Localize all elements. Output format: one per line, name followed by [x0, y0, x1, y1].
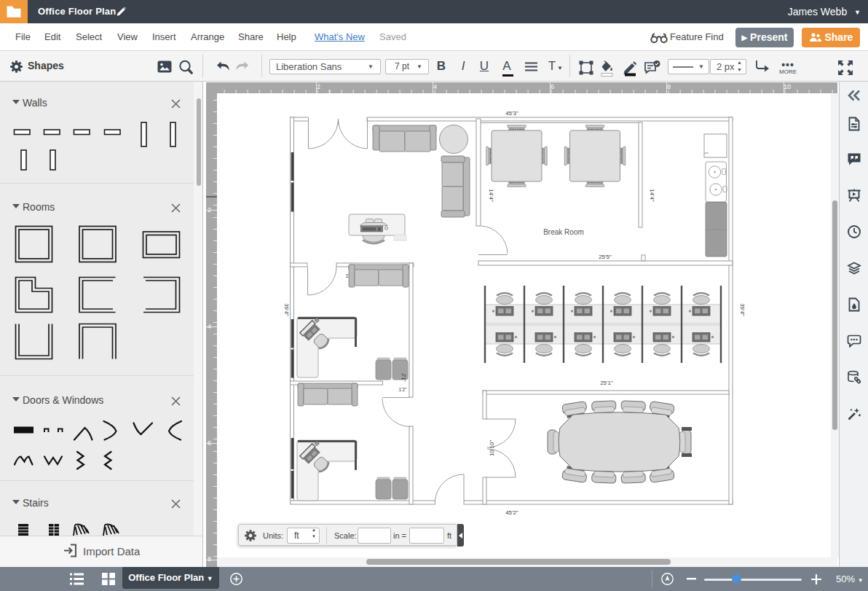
svg-text:Break Room: Break Room [543, 228, 584, 236]
svg-text:45'3": 45'3" [505, 110, 518, 117]
svg-text:14'4": 14'4" [649, 189, 655, 202]
svg-text:25'1": 25'1" [600, 380, 613, 386]
svg-text:39'4": 39'4" [739, 303, 746, 316]
svg-text:1'2": 1'2" [399, 387, 407, 392]
svg-text:2'1": 2'1" [401, 373, 406, 382]
svg-text:14'4": 14'4" [488, 189, 494, 202]
svg-text:45'2": 45'2" [505, 509, 518, 516]
svg-text:25'5": 25'5" [599, 254, 612, 260]
svg-text:39'4": 39'4" [283, 303, 290, 316]
svg-text:1': 1' [345, 273, 349, 278]
svg-text:10'10": 10'10" [489, 440, 495, 456]
